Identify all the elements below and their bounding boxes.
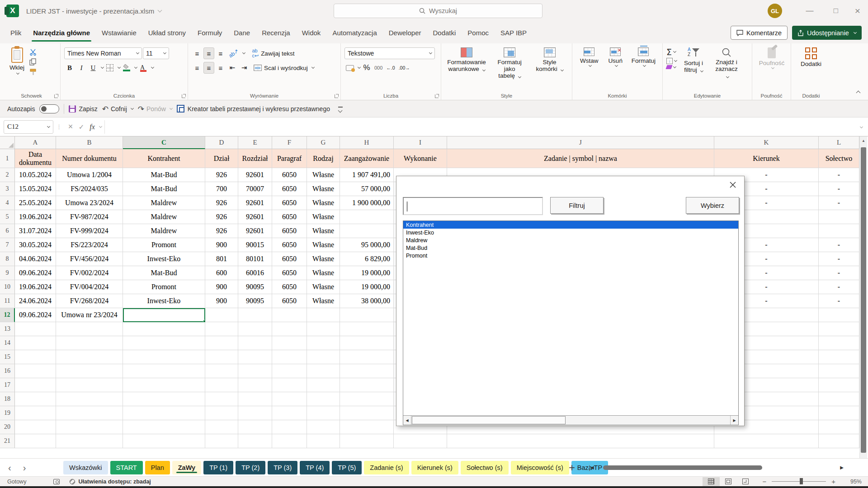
cell-F15[interactable] (272, 350, 307, 364)
align-left-button[interactable]: ≡ (192, 62, 203, 74)
cell-H10[interactable]: 19 000,00 (340, 280, 394, 294)
align-middle-button[interactable]: ≡ (203, 47, 214, 59)
dialog-list-item-maldrew[interactable]: Maldrew (403, 236, 738, 244)
column-header-K[interactable]: K (714, 136, 819, 149)
prev-sheet-button[interactable]: ‹ (8, 463, 11, 473)
cell-F2[interactable]: 6050 (272, 168, 307, 182)
cell-G8[interactable]: Własne (307, 252, 340, 266)
cell-L4[interactable]: - (819, 196, 859, 210)
alignment-dialog-launcher[interactable] (335, 94, 338, 98)
cell-C2[interactable]: Mat-Bud (123, 168, 205, 182)
cell-D7[interactable]: 900 (205, 238, 238, 252)
cell-C13[interactable] (123, 322, 205, 336)
cell-A7[interactable]: 30.05.2024 (15, 238, 56, 252)
cell-B5[interactable]: FV-987/2024 (56, 210, 123, 224)
font-size-select[interactable]: 11 (143, 47, 169, 59)
row-header-17[interactable]: 17 (0, 378, 15, 392)
cell-A12[interactable]: 09.06.2024 (15, 308, 56, 322)
underline-chevron-icon[interactable] (101, 66, 104, 69)
row-header-8[interactable]: 8 (0, 252, 15, 266)
ribbon-tab-dodatki[interactable]: Dodatki (427, 22, 462, 43)
row-header-13[interactable]: 13 (0, 322, 15, 336)
select-button[interactable]: Wybierz (686, 197, 739, 214)
cell-C10[interactable]: Promont (123, 280, 205, 294)
conditional-formatting-button[interactable]: Formatowaniewarunkowe (445, 46, 488, 91)
accounting-format-button[interactable] (344, 62, 355, 74)
cell-A2[interactable]: 10.05.2024 (15, 168, 56, 182)
horizontal-scrollbar-thumb[interactable] (603, 465, 762, 470)
decrease-decimal-button[interactable]: .00→ (397, 62, 411, 74)
cell-D14[interactable] (205, 336, 238, 350)
row-header-5[interactable]: 5 (0, 210, 15, 224)
dialog-list-item-promont[interactable]: Promont (403, 252, 738, 259)
cell-A15[interactable] (15, 350, 56, 364)
cell-G10[interactable]: Własne (307, 280, 340, 294)
cell-D3[interactable]: 700 (205, 182, 238, 196)
italic-button[interactable]: I (76, 62, 87, 74)
vertical-scrollbar-thumb[interactable] (861, 147, 866, 453)
cell-F20[interactable] (272, 420, 307, 434)
cell-B3[interactable]: FS/2024/035 (56, 182, 123, 196)
cell-C1[interactable]: Kontrahent (123, 149, 205, 168)
autosave-toggle[interactable] (39, 104, 59, 113)
add-sheet-button[interactable]: + (569, 461, 575, 474)
cell-A14[interactable] (15, 336, 56, 350)
cell-G9[interactable]: Własne (307, 266, 340, 280)
cell-E10[interactable]: 90095 (238, 280, 272, 294)
cell-D10[interactable]: 900 (205, 280, 238, 294)
ribbon-tab-plik[interactable]: Plik (5, 22, 27, 43)
row-header-9[interactable]: 9 (0, 266, 15, 280)
row-header-2[interactable]: 2 (0, 168, 15, 182)
percent-button[interactable]: % (361, 62, 372, 74)
fill-button[interactable]: ↓ (666, 58, 677, 64)
cell-A21[interactable] (15, 434, 56, 448)
cell-C3[interactable]: Mat-Bud (123, 182, 205, 196)
cell-E8[interactable]: 80101 (238, 252, 272, 266)
cell-A20[interactable] (15, 420, 56, 434)
page-break-view-button[interactable] (737, 477, 754, 486)
cell-H19[interactable] (340, 406, 394, 420)
cell-B10[interactable]: FV/004/2024 (56, 280, 123, 294)
cell-B13[interactable] (56, 322, 123, 336)
column-header-E[interactable]: E (238, 136, 272, 149)
cell-L12[interactable] (819, 308, 859, 322)
sheet-tab-tp-2-[interactable]: TP (2) (236, 461, 265, 474)
cell-H6[interactable] (340, 224, 394, 238)
row-header-18[interactable]: 18 (0, 392, 15, 406)
column-header-J[interactable]: J (447, 136, 714, 149)
cell-F12[interactable] (272, 308, 307, 322)
cell-D21[interactable] (205, 434, 238, 448)
row-header-6[interactable]: 6 (0, 224, 15, 238)
column-header-A[interactable]: A (15, 136, 56, 149)
ribbon-tab-deweloper[interactable]: Deweloper (383, 22, 427, 43)
cell-B11[interactable]: FV/268/2024 (56, 294, 123, 308)
title-chevron-icon[interactable] (158, 8, 162, 13)
cell-L15[interactable] (819, 350, 859, 364)
cell-D5[interactable]: 926 (205, 210, 238, 224)
sheet-tab-tp-5-[interactable]: TP (5) (332, 461, 362, 474)
cell-E1[interactable]: Rozdział (238, 149, 272, 168)
font-dialog-launcher[interactable] (182, 94, 185, 98)
cell-E12[interactable] (238, 308, 272, 322)
ribbon-tab-formuły[interactable]: Formuły (192, 22, 228, 43)
cell-L3[interactable]: - (819, 182, 859, 196)
ribbon-tab-dane[interactable]: Dane (228, 22, 256, 43)
dialog-close-button[interactable] (728, 180, 738, 190)
accessibility-status[interactable]: Ułatwienia dostępu: zbadaj (78, 479, 151, 485)
sheet-tab-zawy[interactable]: ZaWy (172, 461, 201, 474)
column-header-G[interactable]: G (307, 136, 340, 149)
normal-view-button[interactable] (703, 477, 720, 486)
column-header-I[interactable]: I (394, 136, 447, 149)
cell-F7[interactable]: 6050 (272, 238, 307, 252)
sort-filter-button[interactable]: A Z Sortuj ifiltruj (679, 46, 708, 91)
underline-button[interactable]: U (88, 62, 99, 74)
row-header-14[interactable]: 14 (0, 336, 15, 350)
align-right-button[interactable]: ≡ (215, 62, 226, 74)
cell-A8[interactable]: 04.06.2024 (15, 252, 56, 266)
cell-L20[interactable] (819, 420, 859, 434)
accounting-chevron-icon[interactable] (358, 66, 361, 69)
sheet-tab-tp-3-[interactable]: TP (3) (268, 461, 297, 474)
cell-L19[interactable] (819, 406, 859, 420)
cell-C20[interactable] (123, 420, 205, 434)
ribbon-tab-sap-ibp[interactable]: SAP IBP (495, 22, 533, 43)
